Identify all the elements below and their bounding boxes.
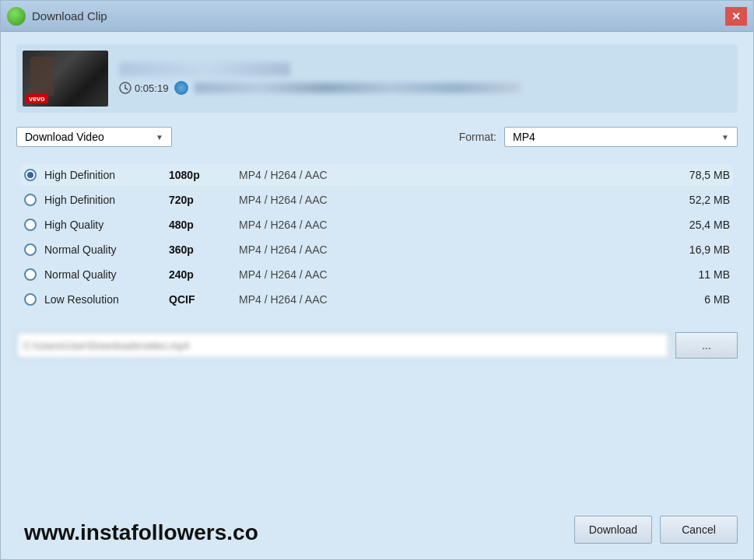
format-label: Format: bbox=[459, 131, 496, 143]
radio-inner bbox=[27, 172, 33, 178]
save-path-input[interactable] bbox=[16, 332, 669, 359]
quality-name: Normal Quality bbox=[44, 268, 169, 281]
quality-row[interactable]: High Definition1080pMP4 / H264 / AAC78,5… bbox=[21, 164, 733, 186]
video-info-row: vevo 0:05:19 bbox=[16, 44, 738, 113]
dialog-window: Download Clip ✕ vevo bbox=[0, 0, 754, 560]
globe-icon bbox=[174, 81, 188, 95]
quality-codec: MP4 / H264 / AAC bbox=[239, 219, 395, 231]
video-meta: 0:05:19 bbox=[119, 62, 731, 95]
format-value: MP4 bbox=[513, 131, 535, 143]
quality-resolution: 480p bbox=[169, 219, 239, 231]
options-row: Download Video ▼ Format: MP4 ▼ bbox=[16, 127, 738, 147]
quality-row[interactable]: Low ResolutionQCIFMP4 / H264 / AAC6 MB bbox=[21, 289, 733, 310]
video-title bbox=[119, 62, 290, 76]
clock-icon bbox=[119, 82, 132, 94]
video-duration: 0:05:19 bbox=[135, 82, 168, 94]
quality-resolution: QCIF bbox=[169, 293, 239, 306]
quality-name: High Definition bbox=[44, 169, 169, 181]
video-thumbnail: vevo bbox=[23, 51, 108, 107]
download-type-dropdown[interactable]: Download Video ▼ bbox=[16, 127, 172, 147]
dialog-content: vevo 0:05:19 bbox=[1, 32, 753, 508]
quality-resolution: 240p bbox=[169, 268, 239, 281]
browse-button[interactable]: ... bbox=[675, 332, 738, 359]
dialog-title: Download Clip bbox=[32, 9, 107, 23]
quality-row[interactable]: High Definition720pMP4 / H264 / AAC52,2 … bbox=[21, 189, 733, 211]
quality-resolution: 360p bbox=[169, 243, 239, 256]
quality-name: Low Resolution bbox=[44, 293, 169, 306]
quality-name: High Quality bbox=[44, 219, 169, 231]
quality-resolution: 1080p bbox=[169, 169, 239, 181]
quality-codec: MP4 / H264 / AAC bbox=[239, 243, 395, 256]
path-row: ... bbox=[16, 332, 738, 359]
thumbnail-figure bbox=[30, 57, 54, 96]
quality-row[interactable]: Normal Quality360pMP4 / H264 / AAC16,9 M… bbox=[21, 239, 733, 261]
format-dropdown[interactable]: MP4 ▼ bbox=[504, 127, 738, 147]
quality-size: 25,4 MB bbox=[395, 219, 730, 231]
radio-button bbox=[24, 219, 37, 231]
radio-button bbox=[24, 268, 37, 281]
quality-name: High Definition bbox=[44, 194, 169, 206]
radio-button bbox=[24, 293, 37, 306]
quality-codec: MP4 / H264 / AAC bbox=[239, 268, 395, 281]
radio-button bbox=[24, 169, 37, 181]
svg-line-2 bbox=[125, 89, 128, 90]
watermark: www.instafollowers.co bbox=[24, 520, 258, 545]
quality-codec: MP4 / H264 / AAC bbox=[239, 194, 395, 206]
quality-row[interactable]: Normal Quality240pMP4 / H264 / AAC11 MB bbox=[21, 264, 733, 285]
format-wrap: Format: MP4 ▼ bbox=[459, 127, 738, 147]
radio-button bbox=[24, 194, 37, 206]
format-chevron-icon: ▼ bbox=[721, 133, 729, 142]
video-url bbox=[195, 82, 521, 93]
quality-size: 11 MB bbox=[395, 268, 730, 281]
quality-codec: MP4 / H264 / AAC bbox=[239, 293, 395, 306]
quality-size: 6 MB bbox=[395, 293, 730, 306]
quality-list: High Definition1080pMP4 / H264 / AAC78,5… bbox=[16, 158, 738, 317]
quality-name: Normal Quality bbox=[44, 243, 169, 256]
chevron-down-icon: ▼ bbox=[156, 133, 163, 142]
cancel-button[interactable]: Cancel bbox=[660, 516, 738, 544]
quality-size: 16,9 MB bbox=[395, 243, 730, 256]
radio-button bbox=[24, 243, 37, 256]
close-button[interactable]: ✕ bbox=[725, 7, 747, 26]
quality-size: 78,5 MB bbox=[395, 169, 730, 181]
clock-icon-wrap: 0:05:19 bbox=[119, 82, 168, 94]
quality-row[interactable]: High Quality480pMP4 / H264 / AAC25,4 MB bbox=[21, 214, 733, 236]
quality-codec: MP4 / H264 / AAC bbox=[239, 169, 395, 181]
quality-resolution: 720p bbox=[169, 194, 239, 206]
vevo-badge: vevo bbox=[26, 94, 48, 103]
app-icon bbox=[7, 7, 26, 26]
download-button[interactable]: Download bbox=[574, 516, 652, 544]
download-type-label: Download Video bbox=[25, 131, 104, 143]
title-bar-left: Download Clip bbox=[7, 7, 107, 26]
quality-size: 52,2 MB bbox=[395, 194, 730, 206]
title-bar: Download Clip ✕ bbox=[1, 1, 753, 32]
video-sub-row: 0:05:19 bbox=[119, 81, 731, 95]
